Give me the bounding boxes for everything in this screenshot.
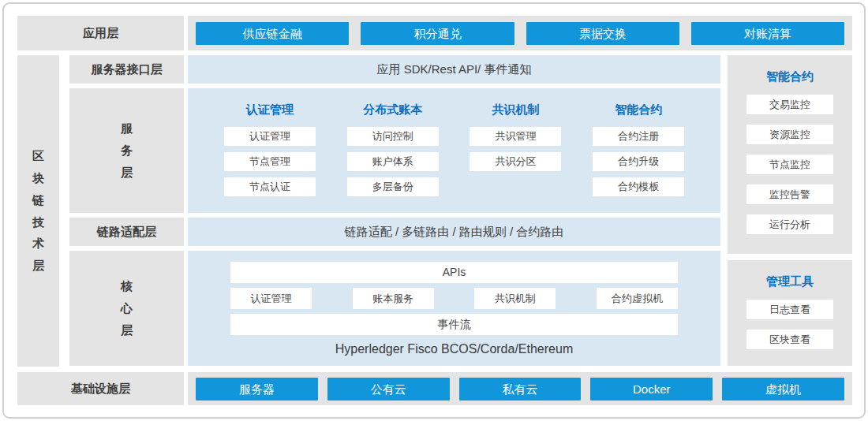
- app-button-bill-exchange: 票据交换: [526, 22, 679, 45]
- right-panel-header: 管理工具: [766, 274, 814, 289]
- service-item: 节点管理: [224, 152, 316, 171]
- right-panel-item: 资源监控: [746, 125, 833, 144]
- core-event-stream-bar: 事件流: [230, 314, 678, 335]
- service-layer-label-text: 服务层: [120, 117, 133, 183]
- service-column-header: 智能合约: [615, 102, 662, 117]
- service-column-header: 分布式账本: [363, 102, 422, 117]
- interface-layer-content: 应用 SDK/Rest API/ 事件通知: [188, 55, 720, 84]
- core-layer-label-text: 核心层: [120, 275, 133, 341]
- right-panel-item: 监控告警: [746, 184, 833, 204]
- service-column-header: 共识机制: [492, 102, 539, 117]
- service-layer-label: 服务层: [69, 88, 184, 213]
- link-layer-label: 链路适配层: [69, 218, 184, 246]
- service-item: 共识分区: [470, 152, 561, 171]
- service-item: 节点认证: [224, 177, 316, 196]
- core-module: 共识机制: [474, 288, 556, 309]
- core-module: 认证管理: [230, 288, 312, 309]
- service-item: 合约模板: [593, 177, 684, 196]
- right-panel-smart-contract: 智能合约 交易监控 资源监控 节点监控 监控告警 运行分析: [728, 55, 852, 254]
- service-column-header: 认证管理: [246, 102, 294, 117]
- infra-button-private-cloud: 私有云: [459, 378, 582, 401]
- service-column-ledger: 分布式账本 访问控制 账户体系 多层备份: [331, 98, 455, 213]
- blockchain-architecture-diagram: 应用层 供应链金融 积分通兑 票据交换 对账清算 区块链技术层 服务器接口层 服…: [0, 0, 868, 421]
- app-button-reconciliation-clearing: 对账清算: [691, 22, 844, 45]
- interface-layer-label: 服务器接口层: [69, 55, 184, 84]
- service-item: 合约升级: [593, 152, 684, 171]
- right-panel-item: 节点监控: [746, 155, 833, 174]
- blockchain-layer-label-text: 区块链技术层: [32, 145, 45, 277]
- core-platforms-text: Hyperledger Fisco BCOS/Corda/Ethereum: [335, 342, 573, 356]
- service-layer-panel: 认证管理 认证管理 节点管理 节点认证 分布式账本 访问控制 账户体系 多层备份…: [188, 88, 720, 213]
- right-panel-item: 运行分析: [746, 214, 833, 234]
- right-panel-item: 交易监控: [746, 95, 833, 114]
- app-layer-band: 供应链金融 积分通兑 票据交换 对账清算: [188, 16, 852, 50]
- blockchain-layer-label: 区块链技术层: [17, 55, 59, 367]
- service-item: 多层备份: [347, 177, 439, 196]
- right-panel-item: 区块查看: [746, 330, 833, 349]
- service-column-consensus: 共识机制 共识管理 共识分区: [455, 98, 578, 213]
- service-item: 共识管理: [470, 127, 561, 146]
- infra-layer-band: 服务器 公有云 私有云 Docker 虚拟机: [188, 372, 852, 405]
- app-button-points-exchange: 积分通兑: [361, 22, 514, 45]
- infra-button-vm: 虚拟机: [722, 378, 844, 401]
- infra-button-server: 服务器: [196, 378, 318, 401]
- app-layer-label: 应用层: [17, 16, 184, 50]
- infra-layer-label: 基础设施层: [17, 372, 184, 405]
- service-item: 账户体系: [347, 152, 439, 171]
- core-layer-label: 核心层: [69, 251, 184, 366]
- core-layer-panel: APIs 认证管理 账本服务 共识机制 合约虚拟机 事件流 Hyperledge…: [188, 251, 720, 366]
- core-apis-bar: APIs: [230, 262, 678, 283]
- service-column-auth: 认证管理 认证管理 节点管理 节点认证: [208, 98, 331, 213]
- core-module: 合约虚拟机: [597, 288, 678, 309]
- link-layer-content: 链路适配 / 多链路由 / 路由规则 / 合约路由: [188, 218, 720, 246]
- app-button-supply-chain-finance: 供应链金融: [196, 22, 349, 45]
- infra-button-public-cloud: 公有云: [327, 378, 450, 401]
- infra-button-docker: Docker: [590, 378, 713, 401]
- service-item: 认证管理: [224, 127, 316, 146]
- service-item: 合约注册: [593, 127, 684, 146]
- service-column-smart-contract: 智能合约 合约注册 合约升级 合约模板: [577, 98, 700, 213]
- right-panel-item: 日志查看: [746, 300, 833, 319]
- right-panel-management-tools: 管理工具 日志查看 区块查看: [728, 260, 852, 366]
- core-module: 账本服务: [353, 288, 434, 309]
- core-modules-row: 认证管理 账本服务 共识机制 合约虚拟机: [230, 288, 678, 309]
- right-panel-header: 智能合约: [766, 69, 814, 84]
- service-item: 访问控制: [347, 127, 439, 146]
